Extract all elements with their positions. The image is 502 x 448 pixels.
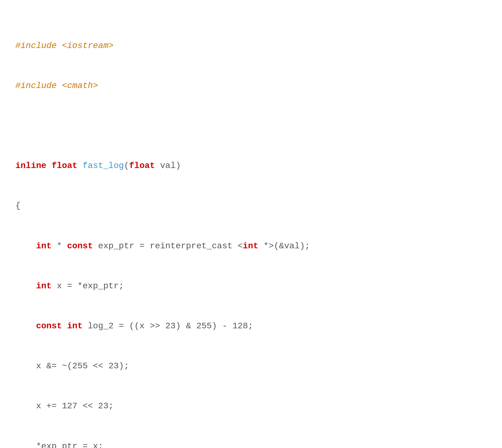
include-directive-2: #include <cmath>	[15, 81, 98, 90]
code-line-include2: #include <cmath>	[15, 79, 487, 92]
include-directive-1: #include <iostream>	[15, 41, 114, 50]
code-line-open-brace-1: {	[15, 199, 487, 212]
code-editor: #include <iostream> #include <cmath> inl…	[15, 12, 487, 448]
kw-int-2: int	[243, 241, 258, 251]
kw-int-3: int	[36, 281, 51, 291]
kw-inline: inline	[15, 161, 46, 170]
code-line-const-int: const int log_2 = ((x >> 23) & 255) - 12…	[15, 319, 487, 333]
kw-const-1: const	[67, 241, 93, 251]
kw-float-2: float	[129, 161, 155, 170]
code-line-deref-assign: *exp_ptr = x;	[15, 440, 487, 448]
code-line-include1: #include <iostream>	[15, 39, 487, 52]
code-line-int-ptr: int * const exp_ptr = reinterpret_cast <…	[15, 239, 487, 253]
code-line-int-x: int x = *exp_ptr;	[15, 279, 487, 293]
fn-fast_log: fast_log	[82, 161, 124, 170]
kw-int-1: int	[36, 241, 51, 251]
code-line-x-and: x &= ~(255 << 23);	[15, 359, 487, 373]
kw-float-1: float	[52, 161, 78, 170]
kw-int-4: int	[67, 321, 82, 331]
code-line-fastlog-sig: inline float fast_log(float val)	[15, 159, 487, 172]
kw-const-2: const	[36, 321, 62, 331]
code-line-x-plus: x += 127 << 23;	[15, 399, 487, 413]
blank-line-1	[15, 119, 487, 132]
